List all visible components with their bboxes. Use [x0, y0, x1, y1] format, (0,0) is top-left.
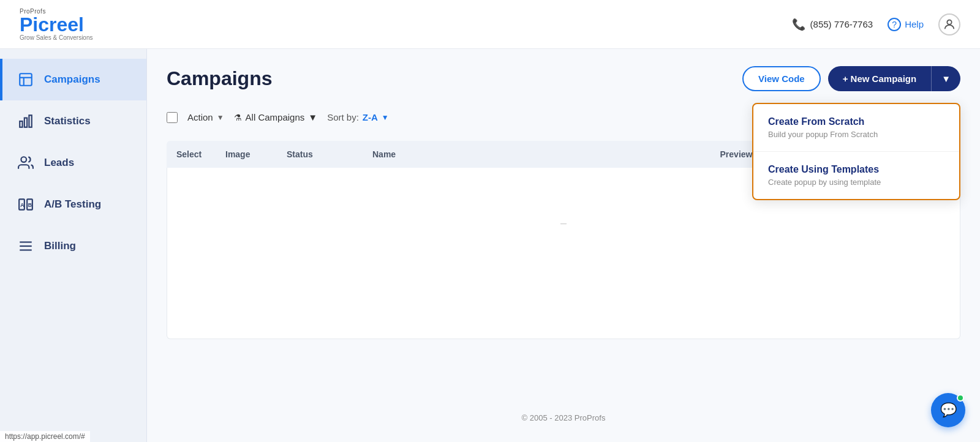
sidebar-item-leads[interactable]: Leads	[0, 142, 146, 184]
create-using-templates-title: Create Using Templates	[768, 164, 944, 175]
campaign-dropdown-menu: Create From Scratch Build your popup Fro…	[752, 103, 960, 200]
col-header-name: Name	[372, 149, 706, 159]
chat-online-badge	[957, 394, 964, 402]
help-icon: ?	[888, 18, 901, 31]
chat-icon: 💬	[940, 402, 957, 418]
create-from-scratch-option[interactable]: Create From Scratch Build your popup Fro…	[753, 104, 959, 152]
create-using-templates-desc: Create popup by using template	[768, 178, 944, 187]
sort-label: Sort by:	[327, 112, 359, 122]
chat-button[interactable]: 💬	[931, 393, 965, 427]
empty-dash: –	[560, 217, 567, 229]
filter-dropdown-button[interactable]: ⚗ All Campaigns ▼	[234, 112, 318, 122]
col-header-image: Image	[225, 149, 287, 159]
help-label: Help	[905, 19, 924, 29]
sidebar: Campaigns Statistics	[0, 49, 147, 442]
svg-text:A: A	[20, 202, 24, 208]
sort-control: Sort by: Z-A ▼	[327, 112, 389, 122]
svg-rect-6	[29, 115, 31, 127]
col-header-status: Status	[287, 149, 372, 159]
page-footer: © 2005 - 2023 ProProfs	[147, 403, 980, 432]
action-label: Action	[187, 112, 213, 122]
url-text: https://app.picreel.com/#	[5, 432, 85, 441]
sidebar-label-campaigns: Campaigns	[44, 73, 100, 86]
brand-picreel: Picreel	[20, 15, 93, 34]
sidebar-item-ab-testing[interactable]: A B A/B Testing	[0, 184, 146, 225]
svg-point-7	[21, 157, 26, 162]
user-avatar[interactable]	[938, 13, 960, 36]
header-actions: View Code + New Campaign ▼	[742, 66, 960, 91]
sort-value: Z-A	[363, 112, 378, 122]
action-dropdown-button[interactable]: Action ▼	[187, 112, 224, 122]
statistics-icon	[17, 113, 34, 130]
sidebar-item-statistics[interactable]: Statistics	[0, 100, 146, 142]
page-header: Campaigns View Code + New Campaign ▼	[167, 66, 960, 91]
sidebar-label-leads: Leads	[44, 157, 74, 169]
page-title: Campaigns	[167, 67, 272, 90]
app-header: ProProfs Picreel Grow Sales & Conversion…	[0, 0, 980, 49]
view-code-button[interactable]: View Code	[742, 66, 821, 91]
main-content: Campaigns View Code + New Campaign ▼ Act…	[147, 49, 980, 442]
footer-text: © 2005 - 2023 ProProfs	[522, 413, 606, 422]
layout: Campaigns Statistics	[0, 49, 980, 442]
campaigns-icon	[17, 71, 34, 88]
create-from-scratch-desc: Build your popup From Scratch	[768, 130, 944, 139]
svg-rect-1	[20, 73, 32, 86]
sidebar-label-billing: Billing	[44, 240, 76, 252]
phone-link[interactable]: 📞 (855) 776-7763	[792, 18, 873, 31]
svg-text:B: B	[28, 202, 32, 208]
col-header-select: Select	[176, 149, 225, 159]
leads-icon	[17, 154, 34, 171]
create-using-templates-option[interactable]: Create Using Templates Create popup by u…	[753, 152, 959, 199]
help-link[interactable]: ? Help	[888, 18, 924, 31]
logo: ProProfs Picreel Grow Sales & Conversion…	[20, 8, 93, 41]
new-campaign-dropdown-button[interactable]: ▼	[931, 66, 960, 91]
select-all-checkbox[interactable]	[167, 112, 178, 123]
sidebar-item-campaigns[interactable]: Campaigns	[0, 59, 146, 100]
billing-icon	[17, 238, 34, 255]
sidebar-label-ab-testing: A/B Testing	[44, 198, 101, 211]
filter-label: All Campaigns	[246, 112, 305, 122]
new-campaign-wrapper: + New Campaign ▼	[828, 66, 960, 91]
svg-point-0	[947, 20, 951, 24]
svg-rect-5	[24, 118, 27, 127]
brand-tagline: Grow Sales & Conversions	[20, 34, 93, 41]
action-chevron-icon: ▼	[217, 113, 224, 122]
filter-chevron-icon: ▼	[308, 112, 317, 122]
create-from-scratch-title: Create From Scratch	[768, 116, 944, 127]
phone-icon: 📞	[792, 18, 805, 31]
sidebar-item-billing[interactable]: Billing	[0, 225, 146, 267]
url-bar-hint: https://app.picreel.com/#	[0, 431, 90, 442]
filter-icon: ⚗	[234, 113, 242, 122]
ab-testing-icon: A B	[17, 196, 34, 213]
new-campaign-button[interactable]: + New Campaign	[828, 66, 931, 91]
sidebar-label-statistics: Statistics	[44, 115, 91, 127]
sort-chevron-icon[interactable]: ▼	[382, 113, 389, 122]
svg-rect-4	[20, 121, 22, 127]
phone-number: (855) 776-7763	[810, 19, 873, 29]
header-right: 📞 (855) 776-7763 ? Help	[792, 13, 960, 36]
